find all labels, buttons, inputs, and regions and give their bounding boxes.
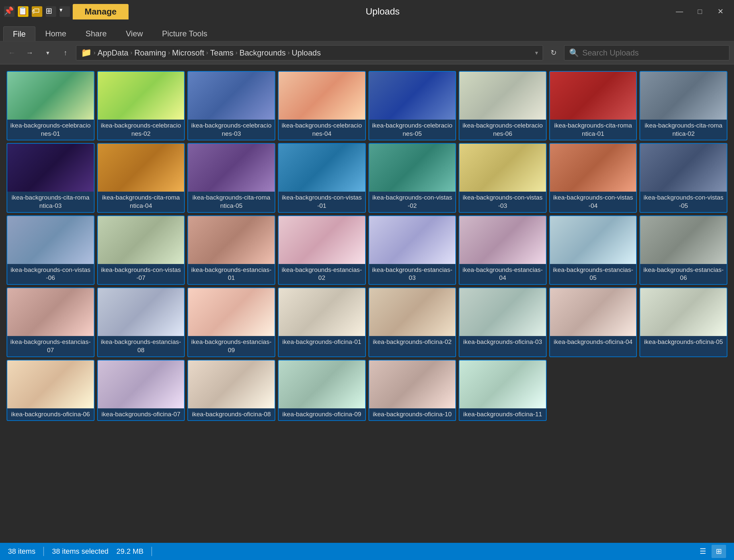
breadcrumb[interactable]: 📁 › AppData › Roaming › Microsoft › Team… [76,45,543,60]
breadcrumb-teams[interactable]: Teams [210,48,234,57]
thumb-item[interactable]: ikea-backgrounds-oficina-10 [368,360,456,421]
thumb-image [98,288,184,336]
search-box[interactable]: 🔍 [564,45,729,60]
thumb-item[interactable]: ikea-backgrounds-celebraciones-06 [459,71,547,140]
thumb-image [640,288,727,336]
thumb-item[interactable]: ikea-backgrounds-oficina-09 [278,360,366,421]
breadcrumb-roaming[interactable]: Roaming [134,48,166,57]
breadcrumb-microsoft[interactable]: Microsoft [172,48,204,57]
thumb-label: ikea-backgrounds-con-vistas-03 [459,192,546,212]
tab-share[interactable]: Share [76,26,116,41]
thumb-item[interactable]: ikea-backgrounds-cita-romantica-03 [7,143,95,212]
thumb-image [550,144,637,192]
breadcrumb-backgrounds[interactable]: Backgrounds [240,48,286,57]
thumb-image [550,288,637,336]
thumb-label: ikea-backgrounds-oficina-05 [640,336,727,348]
item-count: 38 items [8,547,35,556]
thumb-image [640,216,727,264]
thumb-item[interactable]: ikea-backgrounds-oficina-05 [639,287,727,357]
grid-view-button[interactable]: ⊞ [712,545,726,558]
thumbnail-grid: ikea-backgrounds-celebraciones-01 ikea-b… [7,71,727,421]
tab-view[interactable]: View [117,26,152,41]
breadcrumb-appdata[interactable]: AppData [97,48,128,57]
thumb-item[interactable]: ikea-backgrounds-cita-romantica-02 [639,71,727,140]
thumb-item[interactable]: ikea-backgrounds-estancias-04 [459,215,547,285]
list-view-button[interactable]: ☰ [696,545,710,558]
thumb-image [98,144,184,192]
thumb-item[interactable]: ikea-backgrounds-oficina-06 [7,360,95,421]
thumb-item[interactable]: ikea-backgrounds-celebraciones-05 [368,71,456,140]
thumb-item[interactable]: ikea-backgrounds-estancias-06 [639,215,727,285]
tag-icon: 🏷 [32,6,42,17]
thumb-image [279,216,365,264]
selection-count: 38 items selected [52,547,108,556]
status-bar: 38 items 38 items selected 29.2 MB ☰ ⊞ [0,543,734,560]
up-button[interactable]: ↑ [58,46,73,60]
thumb-label: ikea-backgrounds-estancias-04 [459,264,546,284]
arrow-icon: ▾ [59,6,70,17]
thumb-image [7,216,94,264]
thumb-image [7,360,94,408]
thumb-item[interactable]: ikea-backgrounds-oficina-08 [187,360,275,421]
tab-picture-tools[interactable]: Picture Tools [153,26,216,41]
thumb-item[interactable]: ikea-backgrounds-oficina-01 [278,287,366,357]
thumb-item[interactable]: ikea-backgrounds-con-vistas-02 [368,143,456,212]
thumb-item[interactable]: ikea-backgrounds-oficina-04 [549,287,637,357]
grid-icon: ⊞ [46,6,56,17]
thumb-item[interactable]: ikea-backgrounds-con-vistas-06 [7,215,95,285]
thumb-item[interactable]: ikea-backgrounds-oficina-07 [97,360,185,421]
thumb-image [279,288,365,336]
thumb-label: ikea-backgrounds-oficina-04 [550,336,637,348]
thumb-label: ikea-backgrounds-oficina-01 [279,336,365,348]
thumb-item[interactable]: ikea-backgrounds-celebraciones-02 [97,71,185,140]
thumb-label: ikea-backgrounds-estancias-06 [640,264,727,284]
thumb-item[interactable]: ikea-backgrounds-con-vistas-01 [278,143,366,212]
close-button[interactable]: ✕ [711,4,730,19]
tab-home[interactable]: Home [36,26,76,41]
thumb-label: ikea-backgrounds-oficina-09 [279,408,365,421]
thumb-item[interactable]: ikea-backgrounds-estancias-01 [187,215,275,285]
tab-file[interactable]: File [3,26,35,41]
thumb-item[interactable]: ikea-backgrounds-oficina-11 [459,360,547,421]
thumb-item[interactable]: ikea-backgrounds-estancias-07 [7,287,95,357]
breadcrumb-uploads[interactable]: Uploads [292,48,321,57]
maximize-button[interactable]: □ [690,4,710,19]
history-dropdown-button[interactable]: ▾ [40,46,55,60]
thumb-image [640,144,727,192]
thumb-label: ikea-backgrounds-cita-romantica-05 [188,192,275,212]
thumb-item[interactable]: ikea-backgrounds-estancias-09 [187,287,275,357]
thumb-image [369,360,456,408]
thumb-item[interactable]: ikea-backgrounds-con-vistas-05 [639,143,727,212]
thumb-item[interactable]: ikea-backgrounds-con-vistas-07 [97,215,185,285]
thumb-item[interactable]: ikea-backgrounds-oficina-02 [368,287,456,357]
thumb-item[interactable]: ikea-backgrounds-celebraciones-01 [7,71,95,140]
thumb-image [98,216,184,264]
thumb-item[interactable]: ikea-backgrounds-con-vistas-03 [459,143,547,212]
thumb-item[interactable]: ikea-backgrounds-estancias-05 [549,215,637,285]
thumb-label: ikea-backgrounds-con-vistas-05 [640,192,727,212]
thumb-item[interactable]: ikea-backgrounds-oficina-03 [459,287,547,357]
thumb-item[interactable]: ikea-backgrounds-estancias-02 [278,215,366,285]
thumb-label: ikea-backgrounds-celebraciones-03 [188,120,275,140]
thumb-label: ikea-backgrounds-estancias-02 [279,264,365,284]
thumb-item[interactable]: ikea-backgrounds-con-vistas-04 [549,143,637,212]
forward-button[interactable]: → [22,46,37,60]
back-button[interactable]: ← [5,46,19,60]
thumb-item[interactable]: ikea-backgrounds-cita-romantica-05 [187,143,275,212]
manage-tab[interactable]: Manage [73,4,129,19]
thumb-label: ikea-backgrounds-estancias-05 [550,264,637,284]
thumb-label: ikea-backgrounds-oficina-11 [459,408,546,421]
thumb-label: ikea-backgrounds-celebraciones-05 [369,120,456,140]
thumb-item[interactable]: ikea-backgrounds-estancias-03 [368,215,456,285]
search-input[interactable] [582,48,724,57]
thumb-item[interactable]: ikea-backgrounds-cita-romantica-01 [549,71,637,140]
thumb-label: ikea-backgrounds-con-vistas-06 [7,264,94,284]
minimize-button[interactable]: — [670,4,689,19]
thumb-image [188,216,275,264]
thumb-item[interactable]: ikea-backgrounds-estancias-08 [97,287,185,357]
thumb-item[interactable]: ikea-backgrounds-celebraciones-03 [187,71,275,140]
thumb-item[interactable]: ikea-backgrounds-celebraciones-04 [278,71,366,140]
refresh-button[interactable]: ↻ [546,46,561,60]
thumb-image [550,216,637,264]
thumb-item[interactable]: ikea-backgrounds-cita-romantica-04 [97,143,185,212]
